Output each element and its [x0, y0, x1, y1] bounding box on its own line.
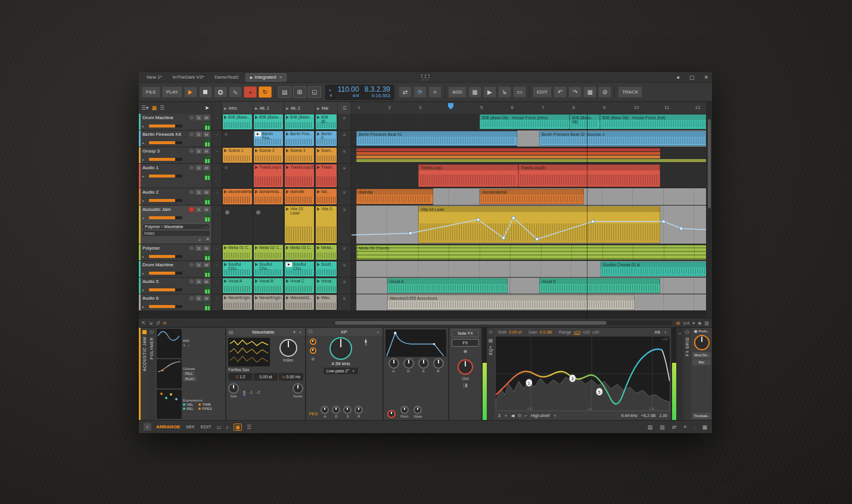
- dual-panel-toggle[interactable]: ▣: [234, 424, 242, 431]
- window-tab[interactable]: New 1*: [142, 73, 166, 82]
- launcher-cell[interactable]: Wav..: [315, 294, 337, 310]
- adsr-knob-dial[interactable]: [418, 358, 429, 369]
- launcher-cell[interactable]: deceleratefall: [222, 188, 253, 205]
- timebase-button[interactable]: Timebas..: [692, 413, 711, 419]
- launcher-overdub-cell[interactable]: ≡: [338, 294, 351, 310]
- volume-fader[interactable]: [149, 216, 182, 219]
- eq-curve-display[interactable]: 1 3 5 +10 100 1k 10k: [496, 337, 670, 411]
- feg-knob[interactable]: D: [332, 406, 340, 418]
- vertical-scroll-thumb[interactable]: [708, 119, 711, 209]
- volume-fader[interactable]: [149, 199, 182, 202]
- modulator-row-globals[interactable]: Globals FILL PLAY: [157, 359, 224, 388]
- track-header[interactable]: Audio 5SM▸: [139, 278, 212, 294]
- osc-add-icon[interactable]: ＋: [298, 329, 303, 335]
- device-chain-selector[interactable]: Polymer › Wavetable‹ ›: [142, 223, 210, 230]
- launcher-overdub-cell[interactable]: ≡: [338, 244, 351, 260]
- remove-device-icon[interactable]: ✕: [206, 237, 210, 243]
- volume-fader[interactable]: [149, 175, 182, 178]
- launcher-clip[interactable]: Soulful Cho..: [285, 262, 314, 276]
- clip-stop-dot[interactable]: [225, 210, 229, 214]
- launcher-clip[interactable]: Mella 01 C..: [223, 245, 252, 260]
- adsr-knob[interactable]: S: [418, 358, 429, 373]
- launcher-clip[interactable]: Berlin Fire..: [254, 131, 283, 146]
- clip-stop-button[interactable]: ▪: [212, 278, 222, 294]
- track-header[interactable]: Acoustic JamSM▸Polymer › Wavetable‹ ›Ind…: [139, 206, 212, 244]
- solo-button[interactable]: S: [195, 189, 202, 195]
- speaker-icon[interactable]: ◨: [463, 382, 468, 388]
- scene-play-icon[interactable]: ▶: [286, 106, 289, 110]
- track-name[interactable]: Audio 6: [142, 295, 188, 301]
- solo-button[interactable]: S: [195, 148, 202, 154]
- polymer-power-icon[interactable]: ⏻: [150, 329, 153, 335]
- modulator-row-expressions[interactable]: Expressions VELTIMBRELPRES: [157, 390, 224, 419]
- arranger-clip[interactable]: Vocal D: [539, 278, 660, 293]
- track-name[interactable]: Drum Machine: [142, 115, 188, 120]
- mute-button[interactable]: M: [203, 115, 210, 120]
- wavetable-visualizer[interactable]: [228, 338, 270, 366]
- record-button[interactable]: [214, 86, 227, 98]
- shift-value[interactable]: 0.00 st: [509, 330, 521, 334]
- launcher-cell[interactable]: Vita 0..: [315, 206, 337, 244]
- metronome-icons[interactable]: ▸≣: [329, 88, 332, 97]
- track-header[interactable]: Berlin Firework KitSM▸: [139, 130, 212, 147]
- launcher-clip[interactable]: TrashLoop1: [254, 164, 283, 187]
- mute-button[interactable]: M: [203, 207, 210, 212]
- fxgrid-macro-button[interactable]: Bar: [692, 359, 711, 365]
- arranger-lane[interactable]: Mella 03 Chords: [352, 244, 706, 260]
- arranger-clip[interactable]: Berlin Firework Beat 02 -bounce-1: [539, 131, 706, 146]
- feg-knob-dial[interactable]: [321, 406, 329, 414]
- launcher-cell[interactable]: 808 (Bass-..: [253, 114, 284, 130]
- overdub-toggle[interactable]: ◱: [308, 86, 321, 98]
- launcher-cell[interactable]: Berlin Fire..: [253, 130, 284, 147]
- launcher-cell[interactable]: Soulful Cho..: [253, 261, 284, 277]
- fxgrid-tab-label[interactable]: Perfo..: [698, 329, 709, 333]
- launcher-clip[interactable]: 808 (Bass-..: [254, 114, 283, 129]
- volume-fader[interactable]: [149, 272, 182, 275]
- timeline-ruler[interactable]: 123456789101112: [352, 102, 706, 114]
- fxgrid-macro-button[interactable]: Mod De..: [692, 352, 711, 358]
- solo-button[interactable]: S: [195, 207, 202, 212]
- launcher-cell[interactable]: 808 (Bass-..: [222, 114, 253, 130]
- filter-title[interactable]: XP: [315, 329, 373, 335]
- arranger-clip[interactable]: Vocal A: [387, 278, 508, 293]
- volume-fader[interactable]: [149, 158, 182, 161]
- automation-point[interactable]: [592, 220, 595, 223]
- footer-tab-arrange[interactable]: ARRANGE: [156, 424, 180, 430]
- clip-stop-button[interactable]: ▪: [212, 114, 222, 130]
- redo-button[interactable]: ↷: [568, 86, 582, 98]
- launcher-clip[interactable]: Soulful Cho..: [223, 262, 252, 276]
- detune-cell[interactable]: 0.00 st: [254, 373, 278, 381]
- add-keys-button[interactable]: ▭: [513, 86, 526, 98]
- track-list-menu-icon[interactable]: ☰▾: [141, 105, 149, 111]
- zoom-grid-icon[interactable]: ▥: [704, 321, 709, 326]
- launcher-clip[interactable]: Wav..: [316, 295, 337, 310]
- expression-chip[interactable]: VEL: [183, 403, 196, 406]
- inspector-panel-icon[interactable]: ▥: [660, 424, 665, 430]
- launcher-clip[interactable]: TrashLoop2b: [285, 164, 314, 187]
- env-mod-knob[interactable]: [387, 410, 396, 418]
- expression-chip[interactable]: TIMB: [198, 403, 212, 406]
- launcher-cell[interactable]: Scene 1: [222, 147, 253, 163]
- band-power-icon[interactable]: ⏻: [518, 413, 521, 418]
- clip-stop-button[interactable]: ▪: [212, 130, 222, 147]
- automation-point[interactable]: [536, 238, 539, 241]
- launcher-clip[interactable]: NeverEngin..: [223, 295, 252, 310]
- stop-button[interactable]: [199, 86, 212, 98]
- launcher-overdub-cell[interactable]: ≡: [338, 278, 351, 294]
- add-audio-button[interactable]: ▶: [483, 86, 496, 98]
- edit-pencil-icon[interactable]: ✎ ＋: [183, 343, 191, 349]
- launcher-clip[interactable]: Scene 3: [285, 148, 314, 163]
- io-panel-icon[interactable]: ⚏: [216, 424, 221, 430]
- scene-header[interactable]: ▶Intro: [222, 102, 253, 114]
- filter-power-icon[interactable]: ⏻: [309, 329, 312, 335]
- adsr-knob[interactable]: D: [403, 358, 414, 373]
- noise-knob[interactable]: [293, 383, 303, 394]
- clip-stop-button[interactable]: ▪: [212, 294, 222, 310]
- band-caret-icon[interactable]: ▼: [504, 414, 508, 418]
- scene-play-icon[interactable]: ▶: [317, 106, 320, 110]
- punch-in-out-button[interactable]: ≈: [428, 86, 441, 98]
- track-name[interactable]: Drum Machine: [142, 262, 188, 267]
- info-icon[interactable]: i: [144, 423, 151, 431]
- launcher-cell[interactable]: [222, 164, 253, 188]
- launcher-clip[interactable]: Scen..: [316, 148, 337, 163]
